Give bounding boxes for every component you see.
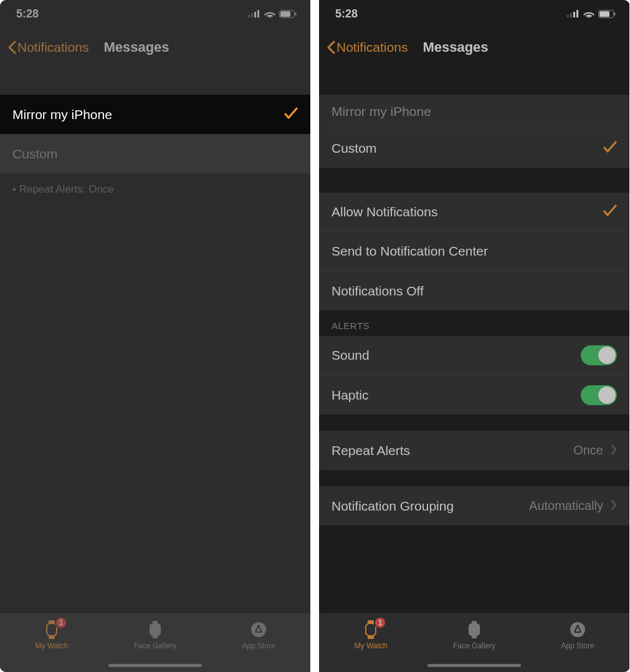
toggle-knob <box>598 386 616 404</box>
svg-rect-3 <box>257 10 259 17</box>
tab-face-gallery-label: Face Gallery <box>453 641 495 650</box>
row-custom-label: Custom <box>12 146 57 161</box>
wifi-icon <box>583 10 594 18</box>
spacer <box>319 526 629 613</box>
cellular-icon <box>248 10 260 17</box>
watch-icon: 1 <box>363 620 379 639</box>
status-bar: 5:28 <box>0 0 310 27</box>
row-notifications-off-label: Notifications Off <box>332 284 424 299</box>
checkmark-icon <box>603 140 617 157</box>
svg-rect-6 <box>295 12 297 16</box>
row-custom-label: Custom <box>332 141 376 156</box>
chevron-right-icon <box>611 443 617 458</box>
status-bar: 5:28 <box>319 0 629 27</box>
row-notification-grouping-value: Automatically <box>529 499 603 513</box>
svg-rect-15 <box>570 13 572 17</box>
svg-point-27 <box>570 622 585 637</box>
row-notification-grouping-label: Notification Grouping <box>332 499 454 514</box>
row-send-notification-center-label: Send to Notification Center <box>332 244 488 259</box>
tab-bar: 1 My Watch Face Gallery App Store <box>319 613 629 672</box>
svg-rect-19 <box>599 11 609 17</box>
back-label: Notifications <box>336 40 408 55</box>
toggle-haptic[interactable] <box>581 385 617 405</box>
row-sound-label: Sound <box>332 348 370 363</box>
row-repeat-alerts[interactable]: Repeat Alerts Once <box>319 431 629 470</box>
row-mirror-iphone-label: Mirror my iPhone <box>12 107 112 122</box>
hint-value: Once <box>88 183 114 195</box>
spacer <box>319 67 629 95</box>
svg-rect-25 <box>472 636 477 638</box>
home-indicator[interactable] <box>427 664 521 667</box>
svg-rect-20 <box>614 12 616 16</box>
tab-my-watch-label: My Watch <box>36 641 69 650</box>
nav-bar: Notifications Messages <box>0 27 310 67</box>
tab-badge: 1 <box>374 617 386 629</box>
tab-badge: 1 <box>55 617 67 629</box>
row-haptic[interactable]: Haptic <box>319 375 629 415</box>
spacer <box>319 168 629 193</box>
back-label: Notifications <box>17 40 88 55</box>
nav-title: Messages <box>422 39 488 55</box>
cellular-icon <box>567 10 580 17</box>
status-time: 5:28 <box>16 7 39 21</box>
row-mirror-iphone[interactable]: Mirror my iPhone <box>0 95 310 134</box>
face-gallery-icon <box>148 620 163 639</box>
app-store-icon <box>570 620 586 639</box>
chevron-left-icon <box>327 41 335 54</box>
app-store-icon <box>251 620 267 639</box>
status-icons <box>567 10 616 18</box>
svg-point-13 <box>251 622 266 637</box>
svg-rect-14 <box>567 15 569 17</box>
status-icons <box>248 10 297 18</box>
spacer <box>319 415 629 431</box>
chevron-right-icon <box>611 499 617 514</box>
hint-prefix: • Repeat Alerts: <box>12 183 88 195</box>
svg-rect-5 <box>280 11 290 17</box>
svg-rect-24 <box>472 621 477 623</box>
tab-my-watch[interactable]: 1 My Watch <box>319 614 422 672</box>
row-notifications-off[interactable]: Notifications Off <box>319 271 629 310</box>
row-custom[interactable]: Custom <box>0 134 310 173</box>
row-allow-notifications[interactable]: Allow Notifications <box>319 193 629 232</box>
face-gallery-icon <box>467 620 482 639</box>
tab-app-store[interactable]: App Store <box>526 614 629 672</box>
phone-screen-right: 5:28 Notifications Messages Mirror my iP… <box>319 0 629 672</box>
toggle-sound[interactable] <box>581 345 617 365</box>
svg-rect-11 <box>153 636 158 638</box>
tab-face-gallery-label: Face Gallery <box>134 641 176 650</box>
toggle-knob <box>598 347 616 364</box>
phone-screen-left: 5:28 Notifications Messages Mirror my iP… <box>0 0 310 672</box>
svg-rect-2 <box>254 12 256 17</box>
tab-bar: 1 My Watch Face Gallery App Store <box>0 613 310 672</box>
home-indicator[interactable] <box>108 664 202 667</box>
spacer <box>0 67 310 95</box>
checkmark-icon <box>603 203 617 221</box>
row-send-notification-center[interactable]: Send to Notification Center <box>319 232 629 271</box>
back-button[interactable]: Notifications <box>327 40 408 55</box>
svg-rect-10 <box>153 621 158 623</box>
svg-rect-16 <box>573 12 575 17</box>
row-mirror-iphone[interactable]: Mirror my iPhone <box>319 95 629 128</box>
tab-my-watch[interactable]: 1 My Watch <box>0 614 103 672</box>
checkmark-icon <box>284 106 298 123</box>
spacer <box>319 470 629 486</box>
svg-rect-17 <box>576 10 578 17</box>
back-button[interactable]: Notifications <box>7 40 88 55</box>
tab-app-store-label: App Store <box>561 641 594 650</box>
content-area: Mirror my iPhone Custom • Repeat Alerts:… <box>0 67 310 613</box>
tab-app-store[interactable]: App Store <box>207 614 310 672</box>
row-sound[interactable]: Sound <box>319 336 629 375</box>
svg-rect-1 <box>251 13 253 17</box>
section-header-alerts: ALERTS <box>319 310 629 336</box>
content-area: Mirror my iPhone Custom Allow Notificati… <box>319 67 629 613</box>
status-time: 5:28 <box>335 7 358 21</box>
svg-rect-0 <box>248 15 250 17</box>
row-repeat-alerts-value: Once <box>573 443 603 458</box>
battery-icon <box>279 10 297 18</box>
chevron-left-icon <box>7 41 16 54</box>
hint-repeat-alerts: • Repeat Alerts: Once <box>0 173 310 206</box>
row-notification-grouping[interactable]: Notification Grouping Automatically <box>319 486 629 526</box>
row-repeat-alerts-label: Repeat Alerts <box>332 443 410 458</box>
battery-icon <box>598 10 616 18</box>
row-custom[interactable]: Custom <box>319 128 629 168</box>
